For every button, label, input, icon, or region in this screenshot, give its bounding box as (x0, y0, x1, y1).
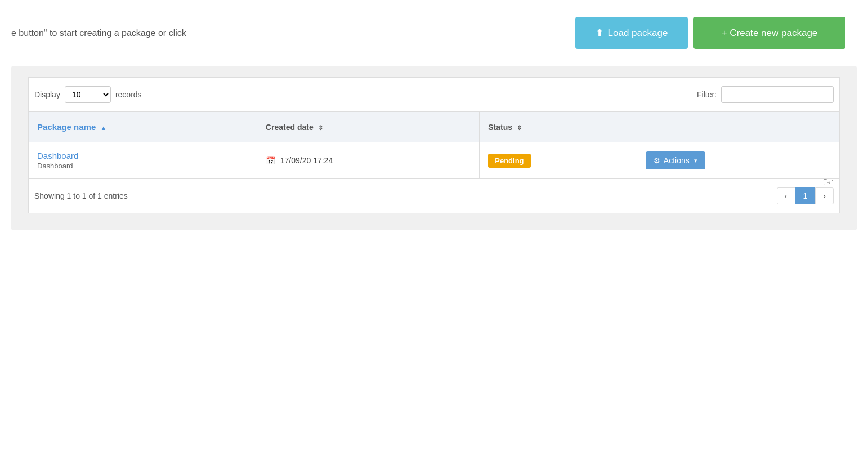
load-icon: ⬆ (596, 27, 603, 39)
actions-button-label: Actions (664, 156, 690, 165)
pagination-prev-button[interactable]: ‹ (777, 187, 795, 204)
data-table: Package name ▲ Created date ⇕ Status ⇕ (28, 111, 840, 179)
chevron-down-icon: ▾ (694, 157, 697, 164)
sort-both-icon-status: ⇕ (517, 124, 522, 132)
col-header-name[interactable]: Package name ▲ (29, 112, 257, 142)
pagination-page-1-button[interactable]: 1 (795, 187, 816, 204)
entries-label: Showing 1 to 1 of 1 entries (34, 191, 128, 200)
table-section: Display 10 25 50 100 records Filter: Pac… (11, 66, 857, 230)
status-badge: Pending (488, 154, 530, 168)
page-wrapper: e button" to start creating a package or… (0, 0, 868, 465)
controls-right: Filter: (697, 86, 834, 103)
cell-name: Dashboard Dashboard (29, 142, 257, 179)
filter-label: Filter: (697, 90, 717, 99)
display-label: Display (34, 90, 60, 99)
actions-button[interactable]: ⚙ Actions ▾ (646, 151, 705, 169)
load-button-label: Load package (608, 28, 668, 39)
filter-input[interactable] (721, 86, 834, 103)
create-button-label: + Create new package (722, 28, 818, 39)
table-header-row: Package name ▲ Created date ⇕ Status ⇕ (29, 112, 840, 142)
table-row: Dashboard Dashboard 📅 17/09/20 17:24 Pen… (29, 142, 840, 179)
sort-asc-icon: ▲ (100, 124, 106, 131)
top-bar: e button" to start creating a package or… (0, 0, 868, 66)
calendar-icon: 📅 (266, 156, 275, 165)
load-package-button[interactable]: ⬆ Load package (575, 17, 688, 49)
controls-row: Display 10 25 50 100 records Filter: (28, 77, 840, 111)
col-header-status[interactable]: Status ⇕ (480, 112, 637, 142)
col-name-label: Package name (37, 122, 96, 132)
sort-both-icon-date: ⇕ (318, 124, 323, 132)
top-bar-buttons: ⬆ Load package + Create new package (575, 17, 845, 49)
col-created-date-label: Created date (266, 123, 314, 132)
package-sub-name: Dashboard (37, 162, 248, 170)
controls-left: Display 10 25 50 100 records (34, 86, 142, 103)
table-footer: Showing 1 to 1 of 1 entries ‹ 1 › (28, 179, 840, 213)
col-header-created-date[interactable]: Created date ⇕ (257, 112, 479, 142)
created-date-value: 17/09/20 17:24 (280, 156, 333, 165)
records-label: records (115, 90, 142, 99)
display-select[interactable]: 10 25 50 100 (65, 86, 111, 103)
create-package-button[interactable]: + Create new package (693, 17, 845, 49)
cell-actions: ⚙ Actions ▾ ☞ (637, 142, 839, 179)
cell-created-date: 📅 17/09/20 17:24 (257, 142, 479, 179)
col-status-label: Status (488, 123, 512, 132)
pagination: ‹ 1 › (777, 187, 834, 204)
gear-icon: ⚙ (654, 157, 660, 165)
col-header-actions (637, 112, 839, 142)
description-text: e button" to start creating a package or… (11, 28, 186, 38)
package-name-link[interactable]: Dashboard (37, 151, 248, 160)
cell-status: Pending (480, 142, 637, 179)
pagination-next-button[interactable]: › (815, 187, 834, 204)
